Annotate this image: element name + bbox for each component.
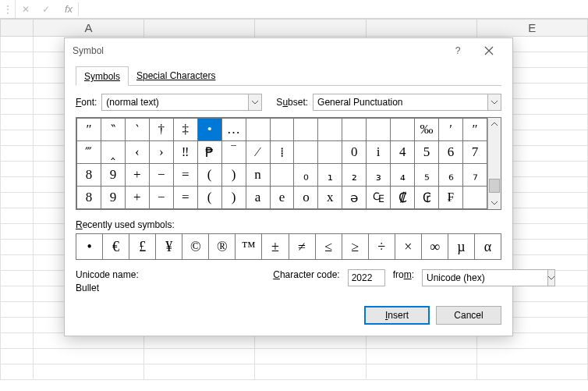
tab-symbols[interactable]: Symbols <box>76 66 129 86</box>
column-header[interactable]: E <box>476 20 587 37</box>
scroll-up-button[interactable] <box>488 118 501 130</box>
symbol-cell[interactable]: e <box>270 187 294 209</box>
symbol-cell[interactable] <box>367 119 391 141</box>
recent-symbol-cell[interactable]: µ <box>448 234 475 259</box>
symbol-cell[interactable] <box>318 141 342 164</box>
symbol-cell[interactable]: − <box>149 164 173 187</box>
symbol-cell[interactable]: ₅ <box>415 164 439 187</box>
symbol-cell[interactable]: ‾ <box>221 141 246 164</box>
symbol-cell[interactable]: ( <box>197 187 221 209</box>
close-button[interactable] <box>473 40 505 62</box>
symbol-cell[interactable]: ₄ <box>391 164 415 187</box>
insert-button[interactable]: Insert <box>364 306 430 325</box>
symbol-cell[interactable]: ₣ <box>439 187 463 209</box>
symbol-cell[interactable] <box>270 164 294 187</box>
cancel-entry-icon[interactable]: ✕ <box>16 0 36 18</box>
symbol-cell[interactable]: = <box>173 187 197 209</box>
subset-input[interactable] <box>313 94 487 111</box>
from-dropdown-button[interactable] <box>547 269 555 286</box>
from-input[interactable] <box>422 269 547 286</box>
symbol-cell[interactable]: i <box>367 141 391 164</box>
symbol-cell[interactable]: 0 <box>342 141 367 164</box>
symbol-cell[interactable]: = <box>173 164 197 187</box>
grid-scrollbar[interactable] <box>487 118 501 209</box>
symbol-cell[interactable]: ₠ <box>367 187 391 209</box>
recent-symbol-cell[interactable]: © <box>182 234 209 259</box>
symbol-cell[interactable]: o <box>294 187 318 209</box>
tab-special-characters[interactable]: Special Characters <box>129 66 223 85</box>
symbol-cell[interactable] <box>270 119 294 141</box>
symbol-cell[interactable]: ) <box>221 164 246 187</box>
symbol-cell[interactable]: ə <box>342 187 367 209</box>
scroll-thumb[interactable] <box>489 179 500 193</box>
symbol-cell[interactable]: ‴ <box>77 141 101 164</box>
scroll-down-button[interactable] <box>488 197 501 209</box>
symbol-cell[interactable]: x <box>318 187 342 209</box>
symbol-cell[interactable]: + <box>125 164 149 187</box>
symbol-cell[interactable] <box>463 187 487 209</box>
symbol-cell[interactable]: ⁄ <box>246 141 270 164</box>
subset-dropdown-button[interactable] <box>487 94 501 111</box>
recent-symbol-cell[interactable]: ¥ <box>156 234 182 259</box>
symbol-cell[interactable]: 4 <box>391 141 415 164</box>
column-header[interactable]: A <box>34 20 144 37</box>
recent-symbol-cell[interactable]: × <box>395 234 422 259</box>
recent-symbol-cell[interactable]: ± <box>262 234 289 259</box>
recent-symbol-cell[interactable]: ∞ <box>422 234 448 259</box>
symbol-cell[interactable]: ₢ <box>415 187 439 209</box>
recent-symbols[interactable]: •€£¥©®™±≠≤≥÷×∞µα <box>76 233 501 260</box>
symbol-cell[interactable]: ₱ <box>197 141 221 164</box>
symbol-cell[interactable]: 5 <box>415 141 439 164</box>
symbol-cell[interactable]: ′ <box>439 119 463 141</box>
symbol-cell[interactable]: 8 <box>77 187 101 209</box>
symbol-cell[interactable] <box>318 119 342 141</box>
column-header[interactable] <box>144 20 255 37</box>
symbol-cell[interactable]: ₃ <box>367 164 391 187</box>
symbol-cell[interactable]: ‵ <box>125 119 149 141</box>
symbol-cell[interactable]: ″ <box>77 119 101 141</box>
recent-symbol-cell[interactable]: ® <box>209 234 236 259</box>
recent-symbol-cell[interactable]: ≤ <box>316 234 342 259</box>
symbol-cell[interactable] <box>342 119 367 141</box>
symbol-cell[interactable]: ‼ <box>173 141 197 164</box>
font-input[interactable] <box>101 94 248 111</box>
select-all-corner[interactable] <box>1 20 34 37</box>
column-header[interactable] <box>255 20 366 37</box>
recent-symbol-cell[interactable]: ≠ <box>289 234 316 259</box>
symbol-cell[interactable]: 6 <box>439 141 463 164</box>
symbol-cell[interactable]: ₁ <box>318 164 342 187</box>
symbol-cell[interactable]: ″ <box>463 119 487 141</box>
symbol-cell[interactable]: ‹ <box>125 141 149 164</box>
symbol-cell[interactable] <box>246 119 270 141</box>
recent-symbol-cell[interactable]: α <box>475 234 501 259</box>
symbol-cell[interactable]: ) <box>221 187 246 209</box>
symbol-cell[interactable]: n <box>246 164 270 187</box>
recent-symbol-cell[interactable]: ™ <box>236 234 262 259</box>
accept-entry-icon[interactable]: ✓ <box>36 0 56 18</box>
symbol-cell[interactable]: 9 <box>101 187 125 209</box>
recent-symbol-cell[interactable]: ÷ <box>369 234 395 259</box>
symbol-cell[interactable]: › <box>149 141 173 164</box>
symbol-cell[interactable]: ‰ <box>415 119 439 141</box>
cancel-button[interactable]: Cancel <box>436 306 501 325</box>
symbol-cell[interactable]: ‶ <box>101 119 125 141</box>
fx-icon[interactable]: fx <box>56 0 76 18</box>
symbol-cell[interactable]: 9 <box>101 164 125 187</box>
symbol-cell[interactable]: ₀ <box>294 164 318 187</box>
dialog-titlebar[interactable]: Symbol ? <box>65 38 512 63</box>
recent-symbol-cell[interactable]: £ <box>129 234 156 259</box>
recent-symbol-cell[interactable]: ≥ <box>342 234 369 259</box>
symbol-cell[interactable]: … <box>221 119 246 141</box>
symbol-cell[interactable]: + <box>125 187 149 209</box>
symbol-cell[interactable]: a <box>246 187 270 209</box>
symbol-cell[interactable] <box>294 119 318 141</box>
symbol-cell[interactable] <box>294 141 318 164</box>
symbol-cell[interactable]: ⁞ <box>270 141 294 164</box>
font-combo[interactable] <box>101 94 262 111</box>
charcode-input[interactable] <box>348 269 385 286</box>
subset-combo[interactable] <box>313 94 501 111</box>
symbol-cell[interactable]: 8 <box>77 164 101 187</box>
font-dropdown-button[interactable] <box>248 94 262 111</box>
symbol-cell[interactable]: ₆ <box>439 164 463 187</box>
symbol-cell[interactable]: ‡ <box>173 119 197 141</box>
